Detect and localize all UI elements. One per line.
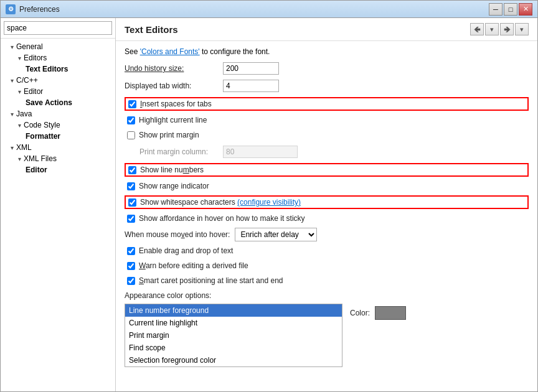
search-box [1, 18, 115, 39]
right-body: See 'Colors and Fonts' to configure the … [116, 41, 537, 391]
show-affordance-label: Show affordance in hover on how to make … [139, 214, 305, 223]
enable-drag-label: Enable drag and drop of text [139, 246, 233, 255]
info-suffix: to configure the font. [200, 47, 270, 56]
right-panel: Text Editors 🡸 ▾ 🡺 ▾ See 'Colors and Fon… [116, 18, 537, 391]
main-content: ▾ General ▾ Editors Text Editors ▾ C/C++… [1, 18, 537, 391]
insert-spaces-checkbox[interactable] [128, 100, 136, 108]
enable-drag-row: Enable drag and drop of text [125, 245, 529, 256]
preferences-window: ⚙ Preferences ─ □ ✕ ▾ General ▾ Editors [0, 0, 538, 392]
tree-item-cpp[interactable]: ▾ C/C++ [1, 75, 115, 86]
tree-label: Java [16, 110, 32, 118]
tree-label: XML Files [24, 154, 57, 163]
tree-label: XML [16, 143, 32, 152]
tree-label: Editor [24, 87, 43, 96]
info-prefix: See [125, 47, 140, 56]
title-bar-left: ⚙ Preferences [6, 4, 60, 14]
tree-label: Code Style [24, 121, 60, 129]
color-swatch[interactable] [375, 306, 406, 320]
highlight-line-row: Highlight current line [125, 114, 529, 126]
tree-label: Text Editors [26, 65, 68, 73]
warn-editing-row: Warn before editing a derived file [125, 260, 529, 271]
window-title: Preferences [19, 5, 60, 14]
show-print-margin-label: Show print margin [139, 131, 199, 139]
smart-caret-row: Smart caret positioning at line start an… [125, 275, 529, 286]
show-line-numbers-row: Show line numbers [125, 163, 529, 177]
enable-drag-checkbox[interactable] [127, 247, 135, 255]
color-list-item-current-line[interactable]: Current line highlight [125, 317, 342, 329]
tree: ▾ General ▾ Editors Text Editors ▾ C/C++… [1, 39, 115, 391]
tab-width-label: Displayed tab width: [125, 82, 218, 90]
page-title: Text Editors [125, 24, 178, 35]
configure-visibility-link[interactable]: (configure visibility) [237, 198, 301, 207]
title-bar: ⚙ Preferences ─ □ ✕ [1, 1, 537, 18]
tab-width-input[interactable] [223, 80, 279, 92]
tree-item-formatter[interactable]: Formatter [1, 131, 115, 142]
expand-arrow: ▾ [18, 156, 21, 162]
undo-input[interactable] [223, 62, 279, 75]
color-list-item-selection-fg[interactable]: Selection foreground color [125, 354, 342, 366]
smart-caret-checkbox[interactable] [127, 277, 135, 285]
nav-buttons: 🡸 ▾ 🡺 ▾ [470, 23, 529, 35]
print-margin-col-input [223, 146, 298, 158]
color-list: Line number foreground Current line high… [125, 304, 342, 367]
show-whitespace-label: Show whitespace characters (configure vi… [140, 198, 301, 207]
tree-label: Formatter [26, 132, 60, 141]
warn-editing-label: Warn before editing a derived file [139, 261, 248, 270]
show-print-margin-checkbox[interactable] [127, 131, 135, 139]
color-list-item-print-margin[interactable]: Print margin [125, 329, 342, 342]
tree-item-editor-xml[interactable]: Editor [1, 164, 115, 175]
color-options-area: Line number foreground Current line high… [125, 304, 529, 367]
highlight-line-label: Highlight current line [139, 116, 207, 124]
show-line-numbers-checkbox[interactable] [128, 166, 136, 174]
tree-item-xml-files[interactable]: ▾ XML Files [1, 153, 115, 164]
insert-spaces-row: Insert spaces for tabs [125, 97, 529, 111]
info-line: See 'Colors and Fonts' to configure the … [125, 47, 529, 56]
back-button[interactable]: 🡸 [470, 23, 484, 35]
search-input[interactable] [4, 21, 112, 35]
undo-history-row: Undo history size: [125, 62, 529, 75]
maximize-button[interactable]: □ [504, 3, 517, 16]
forward-button[interactable]: 🡺 [500, 23, 514, 35]
print-margin-col-label: Print margin column: [127, 147, 219, 156]
forward-dropdown[interactable]: ▾ [515, 23, 529, 35]
highlight-line-checkbox[interactable] [127, 116, 135, 124]
tree-item-text-editors[interactable]: Text Editors [1, 63, 115, 75]
expand-arrow: ▾ [18, 88, 21, 95]
tree-item-code-style[interactable]: ▾ Code Style [1, 119, 115, 131]
appearance-label: Appearance color options: [125, 291, 529, 300]
colors-fonts-link[interactable]: 'Colors and Fonts' [140, 47, 200, 56]
nav-dropdown[interactable]: ▾ [485, 23, 499, 35]
tree-item-editors[interactable]: ▾ Editors [1, 52, 115, 63]
tree-item-save-actions[interactable]: Save Actions [1, 97, 115, 108]
color-list-item-find-scope[interactable]: Find scope [125, 342, 342, 354]
left-panel: ▾ General ▾ Editors Text Editors ▾ C/C++… [1, 18, 116, 391]
expand-arrow: ▾ [11, 44, 14, 50]
close-button[interactable]: ✕ [519, 3, 532, 16]
show-affordance-checkbox[interactable] [127, 215, 135, 223]
show-line-numbers-label: Show line numbers [140, 166, 204, 174]
minimize-button[interactable]: ─ [489, 3, 503, 16]
show-range-checkbox[interactable] [127, 182, 135, 190]
color-list-item-line-number-fg[interactable]: Line number foreground [125, 304, 342, 317]
print-margin-col-row: Print margin column: [125, 144, 529, 159]
window-controls: ─ □ ✕ [489, 3, 532, 16]
tree-item-java[interactable]: ▾ Java [1, 108, 115, 119]
color-label: Color: [350, 309, 370, 317]
tree-label: C/C++ [16, 76, 38, 85]
tree-label: Editors [24, 54, 47, 62]
app-icon: ⚙ [6, 4, 16, 14]
show-print-margin-row: Show print margin [125, 129, 529, 141]
hover-select[interactable]: Enrich after delay Enrich immediately Ne… [235, 228, 317, 241]
color-row: Color: [350, 306, 406, 320]
warn-editing-checkbox[interactable] [127, 262, 135, 270]
show-whitespace-checkbox[interactable] [128, 198, 136, 207]
tree-item-general[interactable]: ▾ General [1, 41, 115, 52]
tree-item-editor-cpp[interactable]: ▾ Editor [1, 86, 115, 97]
tree-item-xml[interactable]: ▾ XML [1, 142, 115, 153]
undo-label: Undo history size: [125, 64, 218, 73]
smart-caret-label: Smart caret positioning at line start an… [139, 276, 283, 285]
hover-dropdown-row: When mouse moved into hover: Enrich afte… [125, 228, 529, 241]
tree-label: General [16, 42, 43, 51]
show-range-label: Show range indicator [139, 182, 209, 190]
show-range-row: Show range indicator [125, 180, 529, 192]
